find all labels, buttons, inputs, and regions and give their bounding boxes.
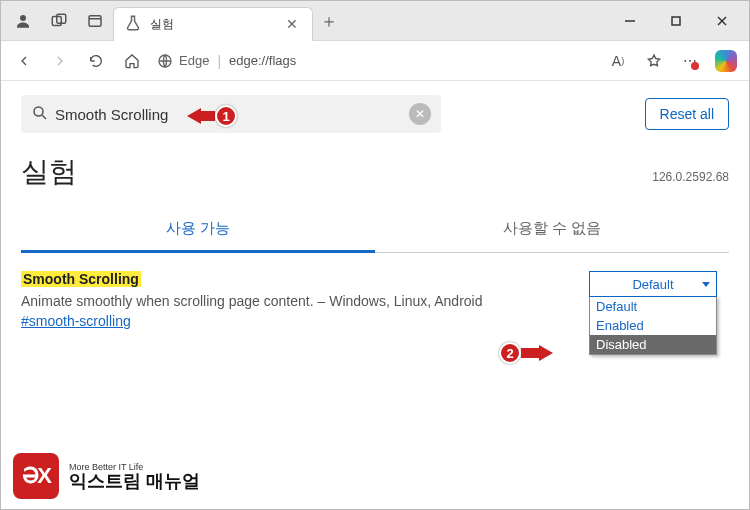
svg-point-10	[34, 107, 43, 116]
profile-icon[interactable]	[5, 3, 41, 39]
svg-rect-3	[89, 15, 101, 26]
page-title: 실험	[21, 153, 77, 191]
svg-rect-6	[672, 17, 680, 25]
flag-name: Smooth Scrolling	[21, 271, 141, 287]
url-text: edge://flags	[229, 53, 296, 68]
forward-button[interactable]	[43, 44, 77, 78]
page-content: ✕ Reset all 실험 126.0.2592.68 사용 가능 사용할 수…	[1, 81, 749, 509]
flags-search-input[interactable]	[49, 106, 409, 123]
flag-select[interactable]: Default	[589, 271, 717, 297]
tab-available[interactable]: 사용 가능	[21, 207, 375, 253]
address-bar[interactable]: Edge | edge://flags	[151, 53, 599, 69]
minimize-button[interactable]	[607, 5, 653, 37]
tab-unavailable[interactable]: 사용할 수 없음	[375, 207, 729, 252]
browser-tab[interactable]: 실험 ✕	[113, 7, 313, 41]
option-disabled[interactable]: Disabled	[590, 335, 716, 354]
browser-label: Edge	[179, 53, 209, 68]
svg-point-0	[20, 15, 26, 21]
search-icon	[31, 104, 49, 125]
flag-row: Smooth Scrolling Animate smoothly when s…	[21, 253, 729, 355]
tab-close-button[interactable]: ✕	[282, 14, 302, 34]
flag-select-dropdown: Default Enabled Disabled	[589, 296, 717, 355]
maximize-button[interactable]	[653, 5, 699, 37]
more-button[interactable]: ⋯	[673, 44, 707, 78]
flags-search[interactable]: ✕	[21, 95, 441, 133]
title-bar: 실험 ✕ ＋	[1, 1, 749, 41]
logo-brand: 익스트림 매뉴얼	[69, 472, 200, 490]
home-button[interactable]	[115, 44, 149, 78]
site-identity[interactable]: Edge	[157, 53, 209, 69]
flag-description: Animate smoothly when scrolling page con…	[21, 293, 589, 309]
option-enabled[interactable]: Enabled	[590, 316, 716, 335]
back-button[interactable]	[7, 44, 41, 78]
version-label: 126.0.2592.68	[652, 170, 729, 184]
flask-icon	[124, 14, 142, 35]
toolbar: Edge | edge://flags A) ⋯	[1, 41, 749, 81]
flags-tabs: 사용 가능 사용할 수 없음	[21, 207, 729, 253]
copilot-button[interactable]	[709, 44, 743, 78]
favorite-button[interactable]	[637, 44, 671, 78]
svg-line-11	[42, 115, 46, 119]
read-aloud-button[interactable]: A)	[601, 44, 635, 78]
logo-mark-icon: ƏX	[13, 453, 59, 499]
reset-all-button[interactable]: Reset all	[645, 98, 729, 130]
close-window-button[interactable]	[699, 5, 745, 37]
new-tab-button[interactable]: ＋	[313, 9, 345, 33]
copilot-icon	[715, 50, 737, 72]
flag-anchor-link[interactable]: #smooth-scrolling	[21, 313, 131, 329]
tab-title: 실험	[150, 16, 282, 33]
refresh-button[interactable]	[79, 44, 113, 78]
tab-actions-icon[interactable]	[77, 3, 113, 39]
clear-search-button[interactable]: ✕	[409, 103, 431, 125]
watermark-logo: ƏX More Better IT Life 익스트림 매뉴얼	[13, 453, 200, 499]
option-default[interactable]: Default	[590, 297, 716, 316]
workspaces-icon[interactable]	[41, 3, 77, 39]
flag-select-value: Default	[632, 277, 673, 292]
